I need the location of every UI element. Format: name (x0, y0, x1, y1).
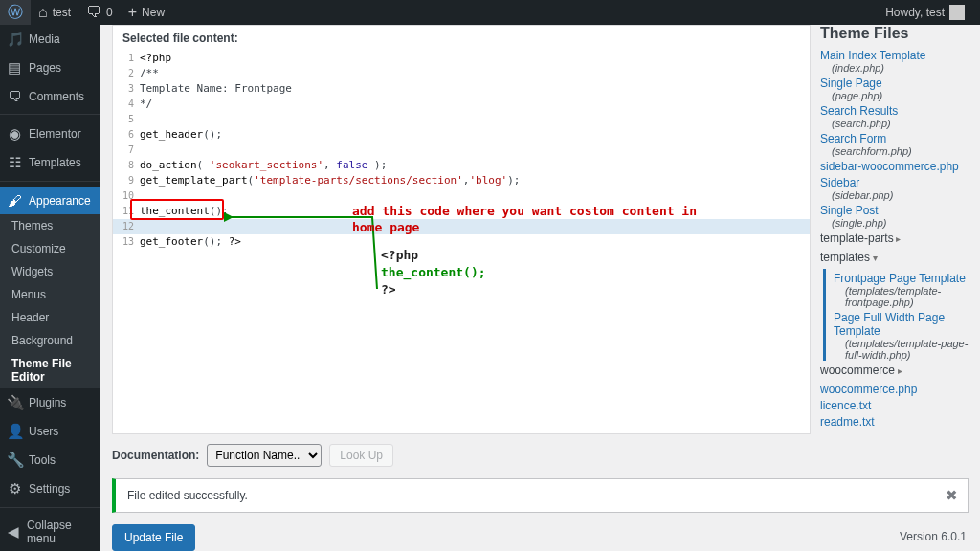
file-sidebar[interactable]: Sidebar (820, 173, 969, 189)
file-woocommerce-php[interactable]: woocommerce.php (820, 380, 969, 396)
my-account-link[interactable]: Howdy, test (878, 0, 972, 25)
menu-templates[interactable]: ☷Templates (0, 148, 100, 177)
comments-link[interactable]: 🗨0 (78, 0, 121, 25)
file-search-form[interactable]: Search Form (820, 129, 969, 145)
menu-media[interactable]: 🎵Media (0, 25, 100, 54)
file-readme[interactable]: readme.txt (820, 412, 969, 429)
lookup-button[interactable]: Look Up (329, 444, 393, 467)
new-content-link[interactable]: +New (121, 0, 172, 25)
documentation-row: Documentation: Function Name... Look Up (112, 444, 969, 467)
menu-separator (0, 110, 100, 115)
code-editor: Selected file content: 1<?php 2/** 3Temp… (112, 25, 811, 434)
avatar (949, 5, 965, 20)
plugins-icon: 🔌 (7, 394, 22, 411)
version-text: Version 6.0.1 (900, 530, 967, 543)
wp-logo-icon[interactable]: ⓦ (0, 0, 31, 25)
folder-templates[interactable]: templates (820, 248, 969, 267)
new-label: New (142, 6, 165, 19)
file-frontpage-template[interactable]: Frontpage Page Template (834, 269, 969, 285)
main-content: Selected file content: 1<?php 2/** 3Temp… (100, 25, 980, 551)
menu-pages[interactable]: ▤Pages (0, 54, 100, 82)
admin-bar-right: Howdy, test (878, 0, 972, 25)
templates-icon: ☷ (7, 154, 22, 171)
submenu-background[interactable]: Background (0, 329, 100, 352)
comments-icon: 🗨 (7, 88, 22, 104)
dismiss-notice-icon[interactable]: ✖ (946, 487, 958, 504)
admin-menu: 🎵Media ▤Pages 🗨Comments ◉Elementor ☷Temp… (0, 25, 100, 551)
file-sidebar-woo[interactable]: sidebar-woocommerce.php (820, 157, 969, 173)
annotation-php-open: <?php (381, 248, 418, 264)
submenu-theme-file-editor[interactable]: Theme File Editor (0, 352, 100, 388)
file-page-full-width[interactable]: Page Full Width Page Template (834, 308, 969, 338)
theme-files-title: Theme Files (820, 25, 969, 42)
file-single-page[interactable]: Single Page (820, 74, 969, 90)
update-file-button[interactable]: Update File (112, 524, 195, 551)
menu-tools[interactable]: 🔧Tools (0, 446, 100, 474)
submenu-themes[interactable]: Themes (0, 214, 100, 237)
file-single-post[interactable]: Single Post (820, 201, 969, 217)
menu-separator (0, 177, 100, 182)
menu-users[interactable]: 👤Users (0, 417, 100, 446)
appearance-icon: 🖌 (7, 192, 22, 209)
submenu-menus[interactable]: Menus (0, 283, 100, 306)
settings-icon: ⚙ (7, 480, 22, 497)
users-icon: 👤 (7, 423, 22, 440)
annotation-box (130, 199, 224, 220)
media-icon: 🎵 (7, 31, 22, 48)
annotation-php-close: ?> (381, 282, 396, 298)
tools-icon: 🔧 (7, 452, 22, 469)
appearance-submenu: Themes Customize Widgets Menus Header Ba… (0, 214, 100, 388)
documentation-label: Documentation: (112, 449, 199, 462)
howdy-text: Howdy, test (885, 6, 945, 19)
menu-plugins[interactable]: 🔌Plugins (0, 388, 100, 417)
admin-bar: ⓦ ⌂test 🗨0 +New Howdy, test (0, 0, 980, 25)
site-name-link[interactable]: ⌂test (31, 0, 78, 25)
menu-separator (0, 503, 100, 508)
menu-appearance[interactable]: 🖌Appearance (0, 187, 100, 214)
submenu-header[interactable]: Header (0, 306, 100, 329)
file-licence[interactable]: licence.txt (820, 396, 969, 412)
elementor-icon: ◉ (7, 125, 22, 143)
annotation-text-1: add this code where you want costom cont… (352, 204, 697, 236)
theme-files-panel: Theme Files Main Index Template (index.p… (820, 25, 969, 434)
templates-subtree: Frontpage Page Template (templates/templ… (823, 269, 969, 361)
success-notice: File edited successfully. ✖ (112, 478, 969, 513)
function-select[interactable]: Function Name... (207, 444, 322, 467)
folder-woocommerce[interactable]: woocommerce (820, 361, 969, 380)
comments-count: 0 (106, 6, 113, 19)
admin-bar-left: ⓦ ⌂test 🗨0 +New (0, 0, 172, 25)
notice-text: File edited successfully. (127, 489, 248, 502)
submenu-widgets[interactable]: Widgets (0, 260, 100, 283)
collapse-icon: ◀ (7, 523, 20, 540)
annotation-php-fn: the_content(); (381, 265, 486, 281)
code-area[interactable]: 1<?php 2/** 3Template Name: Frontpage 4*… (113, 51, 810, 433)
site-name-label: test (53, 6, 71, 19)
submenu-customize[interactable]: Customize (0, 237, 100, 260)
menu-settings[interactable]: ⚙Settings (0, 474, 100, 503)
file-main-index[interactable]: Main Index Template (820, 46, 969, 62)
folder-template-parts[interactable]: template-parts (820, 229, 969, 248)
pages-icon: ▤ (7, 59, 22, 77)
file-search-results[interactable]: Search Results (820, 101, 969, 118)
menu-elementor[interactable]: ◉Elementor (0, 120, 100, 148)
menu-comments[interactable]: 🗨Comments (0, 82, 100, 110)
menu-collapse[interactable]: ◀Collapse menu (0, 513, 100, 551)
editor-heading: Selected file content: (113, 26, 810, 51)
